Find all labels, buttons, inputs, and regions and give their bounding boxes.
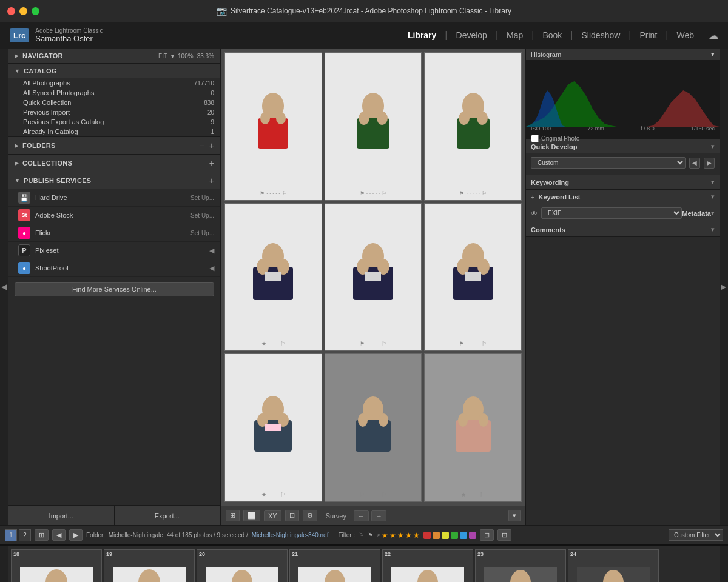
catalog-item-already[interactable]: Already In Catalog 1 (8, 127, 220, 136)
nav-book[interactable]: Book (534, 30, 570, 40)
photo-cell-6[interactable]: ★ · · · · ⚐ (224, 353, 322, 502)
collections-plus[interactable]: + (209, 158, 214, 168)
publish-services-plus[interactable]: + (209, 176, 214, 186)
catalog-header[interactable]: ▼ Catalog (8, 64, 220, 78)
maximize-button[interactable] (32, 7, 39, 15)
next-filmstrip-button[interactable]: ▶ (69, 529, 83, 541)
filter-star-3[interactable]: ★ (397, 531, 404, 540)
grid-view-button[interactable]: ⊞ (226, 510, 240, 521)
left-panel-collapse[interactable]: ◀ (0, 48, 8, 525)
nav-web[interactable]: Web (668, 30, 703, 40)
page-2-button[interactable]: 2 (19, 529, 31, 541)
film-thumb-18[interactable]: 18 © ⊞ ⚑ ★ (11, 549, 102, 582)
catalog-item-prev-export[interactable]: Previous Export as Catalog 9 (8, 117, 220, 127)
filter-star-5[interactable]: ★ (413, 531, 420, 540)
film-thumb-22[interactable]: 22 © ⊞ ⚑ ★ (382, 549, 473, 582)
prev-arrow-button[interactable]: ← (354, 510, 369, 521)
service-adobe-stock[interactable]: St Adobe Stock Set Up... (8, 207, 220, 224)
preset-next[interactable]: ▶ (704, 158, 715, 169)
close-button[interactable] (7, 7, 15, 15)
keyword-list-expand[interactable]: ▾ (711, 193, 715, 201)
minimize-button[interactable] (19, 7, 27, 15)
zoom-33[interactable]: 33.3% (197, 53, 214, 59)
folders-header[interactable]: ▶ Folders − + (8, 137, 220, 154)
photo-cell-1[interactable]: ⚑ · · · · · ⚐ (325, 52, 422, 201)
keywording-expand[interactable]: ▾ (711, 178, 715, 186)
filter-flag-2[interactable]: ⚑ (368, 532, 373, 538)
color-red[interactable] (423, 532, 431, 539)
color-purple[interactable] (469, 532, 476, 539)
photo-cell-3[interactable]: ★ · · · · ⚐ (224, 203, 322, 352)
catalog-item-quick[interactable]: Quick Collection 838 (8, 98, 220, 107)
filmstrip-left-arrow[interactable]: ◀ (0, 546, 8, 582)
color-yellow[interactable] (442, 532, 449, 539)
publish-services-header[interactable]: ▼ Publish Services + (8, 172, 220, 189)
metadata-header[interactable]: 👁 EXIF Metadata ▾ (526, 204, 720, 222)
compare-view-button[interactable]: XY (264, 510, 281, 521)
service-shootproof[interactable]: ● ShootProof ◀ (8, 259, 220, 277)
grid-toggle-button[interactable]: ⊞ (35, 529, 49, 541)
keyword-list-header[interactable]: + Keyword List ▾ (526, 190, 720, 204)
catalog-item-prev-import[interactable]: Previous Import 20 (8, 107, 220, 117)
fit-label[interactable]: FIT (158, 53, 167, 59)
next-arrow-button[interactable]: → (371, 510, 386, 521)
slideshow-btn[interactable]: ⊞ (480, 529, 494, 541)
filmstrip-right-arrow[interactable]: ▶ (720, 546, 728, 582)
nav-map[interactable]: Map (498, 30, 531, 40)
preset-select[interactable]: Custom (531, 157, 686, 169)
keyword-list-plus[interactable]: + (531, 193, 534, 201)
comments-expand[interactable]: ▾ (711, 226, 715, 233)
catalog-item[interactable]: All Photographs 717710 (8, 78, 220, 88)
toolbar-dropdown-button[interactable]: ▾ (508, 510, 521, 521)
filter-flag-1[interactable]: ⚐ (359, 532, 364, 538)
nav-library[interactable]: Library (399, 30, 445, 40)
preset-prev[interactable]: ◀ (689, 158, 700, 169)
color-orange[interactable] (433, 532, 440, 539)
film-thumb-19[interactable]: 19 © ⊞ ⚑ ★ (104, 549, 195, 582)
histogram-expand[interactable]: ▾ (711, 50, 715, 58)
keywording-header[interactable]: Keywording ▾ (526, 175, 720, 189)
catalog-item-synced[interactable]: All Synced Photographs 0 (8, 88, 220, 98)
page-1-button[interactable]: 1 (5, 529, 17, 541)
film-thumb-20[interactable]: 20 © ⊞ ⚑ ★ (197, 549, 288, 582)
adobe-stock-setup[interactable]: Set Up... (190, 212, 214, 219)
original-photo-checkbox[interactable] (531, 135, 539, 142)
service-hard-drive[interactable]: 💾 Hard Drive Set Up... (8, 189, 220, 207)
custom-filter-select[interactable]: Custom Filter (669, 529, 723, 541)
compare-btn[interactable]: ⊡ (497, 529, 511, 541)
service-flickr[interactable]: ● Flickr Set Up... (8, 224, 220, 242)
photo-cell-2[interactable]: ⚑ · · · · · ⚐ (424, 52, 522, 201)
folders-minus[interactable]: − (200, 141, 204, 150)
color-blue[interactable] (460, 532, 467, 539)
prev-filmstrip-button[interactable]: ◀ (52, 529, 66, 541)
photo-cell-4[interactable]: ⚑ · · · · · ⚐ (325, 203, 422, 352)
import-button[interactable]: Import... (8, 506, 115, 525)
extras-button[interactable]: ⚙ (303, 510, 317, 521)
film-thumb-24[interactable]: 24 © ⊞ ⚑ ★ (568, 549, 659, 582)
hard-drive-setup[interactable]: Set Up... (190, 195, 214, 201)
photo-cell-8[interactable]: ★ · · · · ⚐ (424, 353, 522, 502)
navigator-header[interactable]: ▶ Navigator FIT ▾ 100% 33.3% (8, 48, 220, 63)
film-thumb-23[interactable]: 23 © ⊞ ⚑ ★ (475, 549, 566, 582)
find-more-services-button[interactable]: Find More Services Online... (15, 282, 214, 296)
metadata-expand[interactable]: ▾ (711, 209, 715, 217)
filter-star-1[interactable]: ★ (382, 531, 388, 540)
cloud-sync-icon[interactable]: ☁ (709, 30, 718, 41)
filter-star-4[interactable]: ★ (405, 531, 412, 540)
color-green[interactable] (451, 532, 458, 539)
filter-star-2[interactable]: ★ (389, 531, 396, 540)
comments-header[interactable]: Comments ▾ (526, 222, 720, 236)
nav-develop[interactable]: Develop (448, 30, 496, 40)
film-thumb-21[interactable]: 21 © ⊞ ⚑ ★ (289, 549, 380, 582)
loupe-view-button[interactable]: ⬜ (243, 510, 260, 521)
flickr-setup[interactable]: Set Up... (190, 230, 214, 236)
photo-cell-7[interactable]: ⚑ · · · · · ⚐ (325, 353, 422, 502)
export-button[interactable]: Export... (115, 506, 221, 525)
zoom-100[interactable]: 100% (178, 53, 194, 59)
photo-cell-0[interactable]: ⚑ · · · · · ⚐ (224, 52, 322, 201)
metadata-preset-select[interactable]: EXIF (541, 207, 682, 219)
right-panel-collapse[interactable]: ▶ (720, 48, 728, 525)
photo-cell-5[interactable]: ⚑ · · · · · ⚐ (424, 203, 522, 352)
survey-view-button[interactable]: ⊡ (285, 510, 299, 521)
nav-print[interactable]: Print (632, 30, 666, 40)
